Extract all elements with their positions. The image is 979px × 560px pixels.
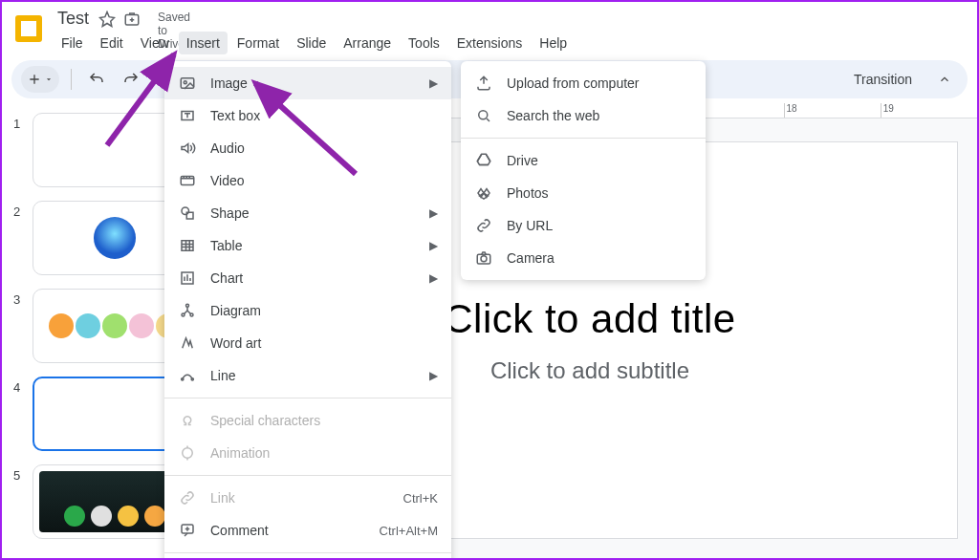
- insert-item-diagram[interactable]: Diagram: [164, 294, 451, 327]
- thumb-number: 5: [13, 464, 29, 483]
- image-submenu-item-by-url[interactable]: By URL: [461, 209, 706, 242]
- insert-dropdown: Image▶Text boxAudioVideoShape▶Table▶Char…: [164, 61, 451, 560]
- menu-item-label: Animation: [210, 445, 270, 461]
- menu-item-label: Upload from computer: [507, 75, 640, 91]
- shortcut-label: Ctrl+K: [403, 491, 438, 506]
- undo-button[interactable]: [83, 66, 110, 93]
- menu-item-label: Search the web: [507, 108, 599, 123]
- line-icon: [178, 367, 197, 384]
- insert-item-animation: Animation: [164, 437, 451, 469]
- thumb-number: 1: [13, 113, 29, 131]
- wordart-icon: [178, 334, 197, 352]
- menu-item-label: Video: [210, 173, 245, 188]
- svg-point-5: [184, 81, 186, 84]
- menu-item-label: Word art: [210, 335, 261, 351]
- menu-separator: [164, 552, 451, 553]
- menu-format[interactable]: Format: [229, 32, 287, 54]
- move-icon[interactable]: [123, 11, 141, 28]
- svg-point-12: [186, 304, 189, 307]
- menu-item-label: Photos: [507, 185, 549, 201]
- image-submenu-item-drive[interactable]: Drive: [461, 144, 706, 177]
- image-submenu-item-camera[interactable]: Camera: [461, 242, 706, 274]
- search-icon: [474, 107, 493, 124]
- header-bar: Test Saved to Drive FileEditViewInsertFo…: [2, 2, 977, 54]
- menu-insert[interactable]: Insert: [179, 32, 228, 54]
- menu-separator: [164, 475, 451, 476]
- menu-item-label: Comment: [210, 523, 269, 538]
- insert-item-image[interactable]: Image▶: [164, 67, 451, 99]
- toolbar-chevron-up[interactable]: [931, 66, 958, 93]
- motion-icon: [178, 444, 197, 462]
- shape-icon: [178, 205, 197, 222]
- audio-icon: [178, 140, 197, 157]
- title-area: Test Saved to Drive FileEditViewInsertFo…: [54, 8, 575, 54]
- menu-tools[interactable]: Tools: [401, 32, 447, 54]
- new-slide-button[interactable]: [21, 66, 59, 93]
- chart-icon: [178, 269, 197, 287]
- menu-item-label: Link: [210, 490, 235, 506]
- image-submenu: Upload from computerSearch the webDriveP…: [461, 61, 706, 280]
- insert-item-comment[interactable]: CommentCtrl+Alt+M: [164, 514, 451, 547]
- app-logo-slides[interactable]: [11, 11, 46, 46]
- menu-item-label: Camera: [507, 250, 555, 266]
- image-submenu-item-search-the-web[interactable]: Search the web: [461, 99, 706, 132]
- slide-subtitle-placeholder[interactable]: Click to add subtitle: [490, 357, 689, 384]
- url-icon: [474, 217, 493, 234]
- menu-slide[interactable]: Slide: [289, 32, 334, 54]
- menu-item-label: Diagram: [210, 303, 261, 318]
- insert-item-table[interactable]: Table▶: [164, 229, 451, 262]
- shortcut-label: Ctrl+Alt+M: [380, 524, 438, 538]
- menu-view[interactable]: View: [133, 32, 177, 54]
- link-icon: [178, 489, 197, 506]
- svg-point-17: [183, 448, 193, 459]
- menu-item-label: Line: [210, 368, 235, 383]
- insert-item-chart[interactable]: Chart▶: [164, 262, 451, 294]
- camera-icon: [474, 249, 493, 267]
- document-title[interactable]: Test: [54, 8, 93, 30]
- insert-item-word-art[interactable]: Word art: [164, 327, 451, 359]
- insert-item-audio[interactable]: Audio: [164, 132, 451, 164]
- chevron-right-icon: ▶: [429, 369, 438, 382]
- menu-item-label: Drive: [507, 153, 538, 168]
- svg-rect-10: [182, 241, 193, 251]
- menu-arrange[interactable]: Arrange: [336, 32, 399, 54]
- star-icon[interactable]: [98, 11, 116, 28]
- image-submenu-item-upload-from-computer[interactable]: Upload from computer: [461, 67, 706, 99]
- slide-title-placeholder[interactable]: Click to add title: [444, 296, 735, 342]
- image-submenu-item-photos[interactable]: Photos: [461, 177, 706, 209]
- comment-icon: [178, 522, 197, 539]
- menu-help[interactable]: Help: [532, 32, 575, 54]
- upload-icon: [474, 75, 493, 92]
- menu-edit[interactable]: Edit: [93, 32, 131, 54]
- insert-item-special-characters: Special characters: [164, 404, 451, 437]
- thumb-number: 2: [13, 201, 29, 219]
- svg-point-19: [479, 111, 488, 119]
- menu-extensions[interactable]: Extensions: [449, 32, 530, 54]
- insert-item-shape[interactable]: Shape▶: [164, 197, 451, 229]
- ruler-tick: 18: [784, 103, 881, 118]
- saved-text: Saved to Drive: [158, 11, 175, 28]
- redo-button[interactable]: [118, 66, 144, 93]
- svg-point-21: [481, 256, 487, 262]
- transition-button[interactable]: Transition: [844, 68, 922, 91]
- menu-item-label: Special characters: [210, 413, 320, 428]
- chevron-right-icon: ▶: [429, 239, 438, 252]
- menu-item-label: Table: [210, 238, 242, 253]
- menu-item-label: Shape: [210, 205, 249, 221]
- image-icon: [178, 75, 197, 92]
- insert-item-text-box[interactable]: Text box: [164, 99, 451, 132]
- textbox-icon: [178, 107, 197, 124]
- menu-item-label: Image: [210, 75, 248, 91]
- insert-item-link: LinkCtrl+K: [164, 482, 451, 514]
- drive-icon: [474, 152, 493, 169]
- insert-item-line[interactable]: Line▶: [164, 359, 451, 392]
- menu-item-label: Text box: [210, 108, 260, 123]
- menu-item-label: Chart: [210, 270, 243, 286]
- cloud-status[interactable]: Saved to Drive: [154, 11, 171, 28]
- menu-file[interactable]: File: [54, 32, 91, 54]
- table-icon: [178, 237, 197, 254]
- menu-separator: [461, 138, 706, 139]
- menu-item-label: By URL: [507, 218, 553, 233]
- insert-item-video[interactable]: Video: [164, 164, 451, 197]
- ruler-tick: 19: [881, 103, 977, 118]
